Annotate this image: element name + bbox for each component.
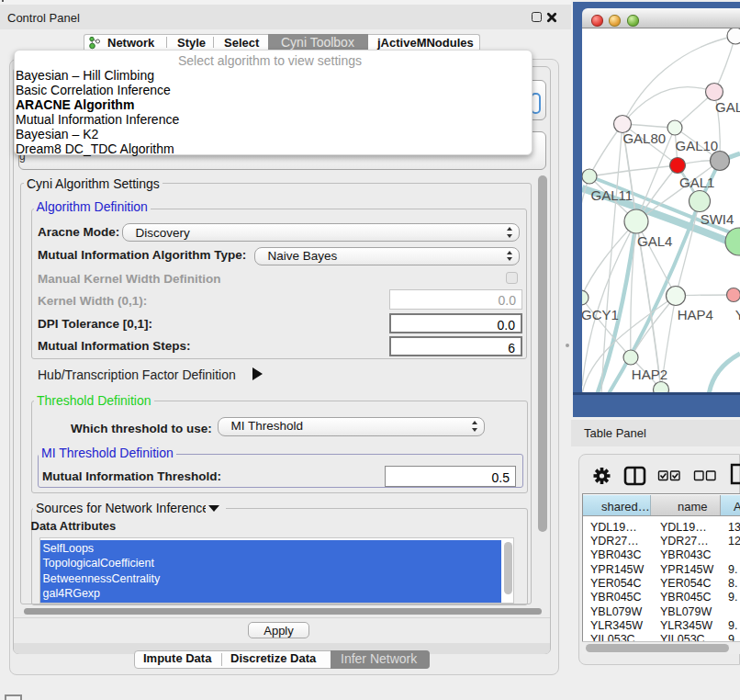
svg-text:SWI4: SWI4 — [701, 211, 734, 227]
svg-text:GAL80: GAL80 — [622, 130, 666, 146]
svg-text:HAP2: HAP2 — [632, 367, 667, 382]
svg-text:GAL7: GAL7 — [715, 99, 740, 115]
svg-text:HAP4: HAP4 — [678, 307, 713, 322]
svg-text:GCY1: GCY1 — [582, 307, 619, 322]
svg-text:GAL4: GAL4 — [637, 233, 672, 249]
svg-text:GAL1: GAL1 — [679, 175, 714, 190]
svg-text:GAL10: GAL10 — [676, 138, 719, 153]
svg-text:GAL11: GAL11 — [591, 187, 633, 203]
svg-text:Y: Y — [735, 307, 740, 322]
